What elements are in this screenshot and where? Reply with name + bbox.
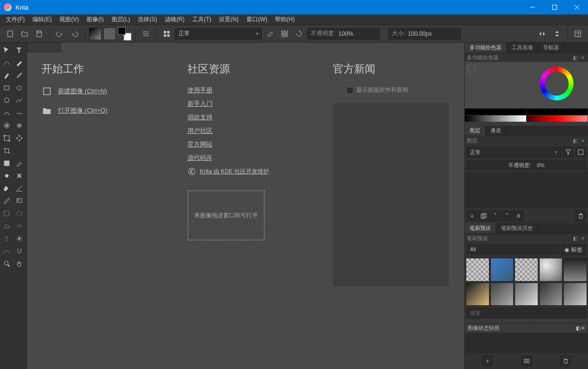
- tab-tool-options[interactable]: 工具选项: [507, 43, 538, 53]
- preset-item[interactable]: [515, 283, 538, 306]
- layer-opacity-bar[interactable]: 不透明度:0%: [467, 160, 586, 170]
- color-mode-icon[interactable]: [468, 65, 475, 72]
- select-poly-tool[interactable]: [1, 220, 13, 232]
- pattern-tool[interactable]: [14, 170, 25, 182]
- minimize-button[interactable]: [521, 0, 544, 14]
- pan-tool[interactable]: [14, 258, 25, 270]
- tab-color-selector[interactable]: 多功能拾色器: [465, 43, 507, 53]
- polygon-tool[interactable]: [1, 95, 13, 106]
- maximize-button[interactable]: [544, 0, 566, 14]
- menu-image[interactable]: 图像(I): [83, 14, 107, 25]
- text-tool[interactable]: T: [14, 44, 25, 56]
- link-getting-started[interactable]: 新手入门: [187, 99, 304, 108]
- kde-credit[interactable]: Krita 由 KDE 社区开发维护: [187, 167, 304, 176]
- size-spinbox[interactable]: 大小:100.00px: [388, 28, 461, 40]
- preset-item[interactable]: [490, 258, 514, 282]
- shape-edit-tool[interactable]: [1, 57, 13, 69]
- tab-channels[interactable]: 通道: [486, 126, 506, 136]
- capture-snapshot-button[interactable]: [521, 355, 532, 366]
- link-manual[interactable]: 使用手册: [187, 86, 304, 95]
- reference-tool[interactable]: [14, 195, 25, 207]
- snapshot-list[interactable]: [465, 333, 588, 352]
- ellipse-tool[interactable]: [14, 82, 25, 94]
- preset-search-input[interactable]: 搜索: [467, 308, 586, 318]
- fg-bg-color[interactable]: [118, 27, 131, 41]
- select-free-tool[interactable]: [14, 220, 25, 232]
- bezier-tool[interactable]: [1, 107, 13, 119]
- rect-tool[interactable]: [1, 82, 13, 94]
- menu-help[interactable]: 帮助(H): [271, 14, 299, 25]
- resize-handle[interactable]: ⋯⋯: [465, 122, 588, 126]
- eraser-button[interactable]: [264, 28, 276, 40]
- preset-filter-select[interactable]: All: [467, 244, 559, 254]
- brush-settings-button[interactable]: [140, 28, 152, 40]
- preset-item[interactable]: [466, 258, 489, 282]
- color-wheel-icon[interactable]: [540, 67, 574, 100]
- close-button[interactable]: [566, 0, 588, 14]
- tab-layers[interactable]: 图层: [465, 126, 486, 136]
- menu-file[interactable]: 文件(F): [2, 14, 29, 25]
- new-file-button[interactable]: [4, 28, 16, 40]
- menu-tools[interactable]: 工具(T): [188, 14, 215, 25]
- preset-item[interactable]: [539, 283, 563, 306]
- link-website[interactable]: 官方网站: [187, 140, 304, 149]
- open-file-button[interactable]: [18, 28, 31, 40]
- preset-item[interactable]: [563, 258, 587, 282]
- color-selector[interactable]: [465, 62, 588, 108]
- close-docker-icon[interactable]: ✕: [579, 137, 586, 144]
- select-rect-tool[interactable]: [1, 208, 13, 219]
- link-community[interactable]: 用户社区: [187, 127, 304, 135]
- select-contiguous-tool[interactable]: [1, 233, 13, 244]
- menu-edit[interactable]: 编辑(E): [29, 14, 56, 25]
- add-layer-button[interactable]: ＋: [467, 211, 477, 221]
- redo-button[interactable]: [68, 28, 81, 40]
- select-magnetic-tool[interactable]: [14, 245, 25, 257]
- close-docker-icon[interactable]: ✕: [579, 235, 586, 241]
- preset-item[interactable]: [539, 258, 563, 282]
- fill-tool[interactable]: [1, 157, 13, 169]
- layer-up-button[interactable]: ˄: [502, 211, 512, 221]
- select-ellipse-tool[interactable]: [14, 208, 25, 219]
- layer-list[interactable]: [465, 172, 588, 208]
- menu-settings[interactable]: 设置(N): [215, 14, 243, 25]
- menu-window[interactable]: 窗口(W): [243, 14, 271, 25]
- new-image-link[interactable]: 新建图像 (Ctrl+N): [42, 86, 158, 97]
- preset-item[interactable]: [515, 258, 538, 282]
- multibrush-tool[interactable]: [14, 120, 25, 131]
- opacity-spinbox[interactable]: 不透明度:100%: [307, 28, 380, 40]
- move-tool[interactable]: [1, 44, 13, 56]
- layer-blend-select[interactable]: 正常: [467, 147, 561, 157]
- preset-tag-button[interactable]: ◉ 标签: [561, 244, 586, 255]
- select-similar-tool[interactable]: [14, 233, 25, 244]
- preset-item[interactable]: [466, 283, 489, 306]
- preset-item[interactable]: [490, 283, 514, 306]
- canvas-tab[interactable]: [27, 43, 61, 52]
- select-bezier-tool[interactable]: [1, 245, 13, 257]
- layer-filter-button[interactable]: [563, 147, 574, 157]
- preset-item[interactable]: [563, 283, 587, 306]
- mirror-v-button[interactable]: [551, 28, 563, 40]
- close-docker-icon[interactable]: ✕: [581, 325, 585, 331]
- menu-view[interactable]: 视图(V): [56, 14, 83, 25]
- delete-layer-button[interactable]: [575, 211, 586, 221]
- blend-mode-select[interactable]: 正常: [175, 28, 262, 40]
- dynamic-brush-tool[interactable]: [1, 120, 13, 131]
- freehand-path-tool[interactable]: [14, 107, 25, 119]
- reload-brush-button[interactable]: [293, 28, 305, 40]
- tab-navigator[interactable]: 导航器: [538, 43, 564, 53]
- color-sliders[interactable]: [465, 108, 588, 122]
- gradient-swatch[interactable]: [89, 28, 101, 40]
- gradient-tool[interactable]: [1, 170, 13, 182]
- layer-options-button[interactable]: [575, 147, 586, 157]
- float-icon[interactable]: ◧: [572, 235, 578, 241]
- transform-tool[interactable]: [1, 132, 13, 144]
- tab-presets[interactable]: 笔刷预设: [465, 223, 496, 233]
- add-snapshot-button[interactable]: ＋: [482, 355, 493, 366]
- measure-tool[interactable]: [1, 195, 13, 207]
- calligraphy-tool[interactable]: [14, 57, 25, 69]
- workspace-button[interactable]: [572, 28, 584, 40]
- float-icon[interactable]: ◧: [572, 54, 578, 61]
- pattern-swatch[interactable]: [103, 28, 116, 40]
- assistant-tool[interactable]: [14, 183, 25, 194]
- brush-tool[interactable]: [1, 70, 13, 81]
